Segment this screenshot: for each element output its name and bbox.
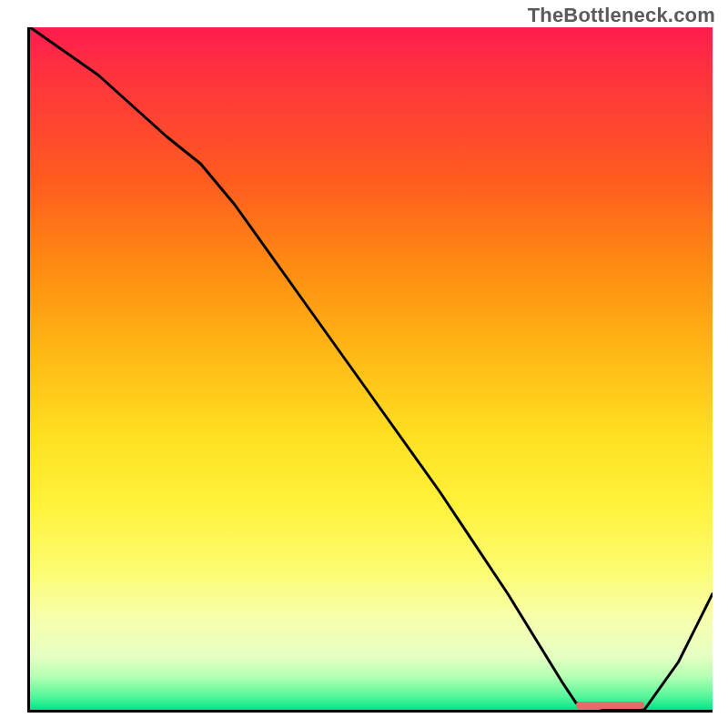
optimal-range-marker [576,702,644,709]
curve-svg [30,27,713,710]
chart-frame: TheBottleneck.com [0,0,728,728]
bottleneck-curve-path [30,27,713,710]
plot-area [27,27,713,713]
watermark-text: TheBottleneck.com [528,4,715,27]
